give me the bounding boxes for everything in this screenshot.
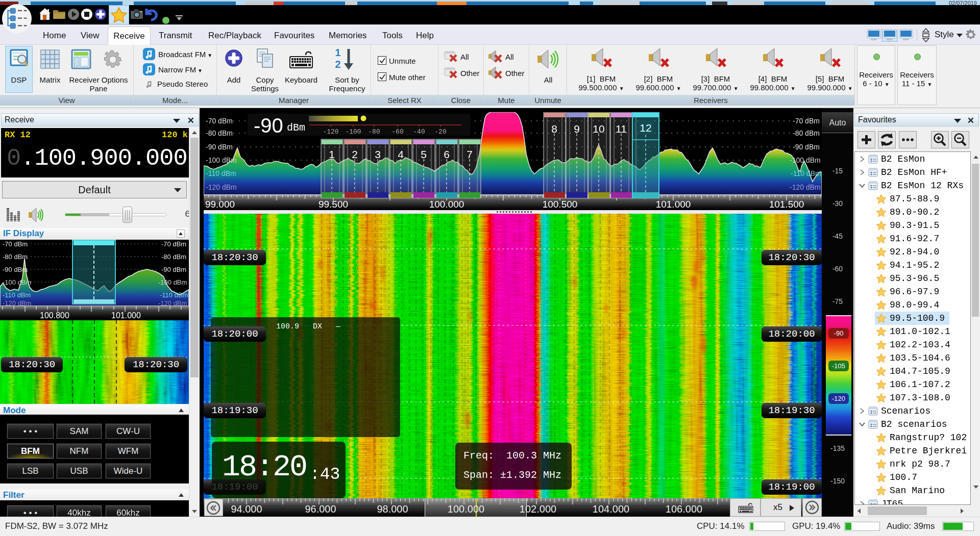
svg-text:-110 dBm: -110 dBm [160, 291, 188, 299]
svg-text:106.000: 106.000 [666, 503, 702, 515]
svg-text:5: 5 [421, 148, 427, 160]
svg-text:8: 8 [551, 123, 557, 135]
svg-text:-80: -80 [368, 128, 380, 136]
svg-text:9: 9 [574, 123, 580, 135]
svg-text:-90 dBm: -90 dBm [3, 266, 28, 273]
svg-text:98.000: 98.000 [377, 503, 408, 515]
svg-text:-120 dBm: -120 dBm [3, 299, 31, 306]
svg-text:-70 dBm: -70 dBm [161, 240, 186, 248]
svg-text:4: 4 [398, 148, 404, 160]
svg-text:-80 dBm: -80 dBm [206, 129, 233, 137]
svg-text:-100 dBm: -100 dBm [790, 156, 821, 164]
svg-text:-100 dBm: -100 dBm [206, 156, 237, 164]
svg-text:3: 3 [375, 148, 381, 160]
svg-text:94.000: 94.000 [231, 503, 262, 515]
svg-text:7: 7 [467, 148, 473, 160]
svg-text:11: 11 [616, 123, 627, 135]
svg-text:-90 dBm: -90 dBm [206, 143, 233, 151]
svg-text:-100 dBm: -100 dBm [3, 278, 31, 286]
svg-text:104.000: 104.000 [593, 503, 629, 515]
svg-text:-90: -90 [254, 114, 283, 137]
svg-text:-60: -60 [391, 128, 403, 136]
svg-text:1: 1 [329, 148, 335, 160]
svg-text:-80 dBm: -80 dBm [161, 253, 186, 261]
svg-text:dBm: dBm [287, 122, 305, 134]
svg-text:6: 6 [444, 148, 450, 160]
svg-text:-120 dBm: -120 dBm [790, 183, 821, 191]
svg-text:12: 12 [640, 122, 651, 134]
svg-text:-120: -120 [323, 128, 338, 136]
svg-text:-100 dBm: -100 dBm [158, 278, 187, 286]
svg-text:-120 dBm: -120 dBm [158, 299, 187, 306]
svg-text:-90 dBm: -90 dBm [161, 266, 186, 273]
svg-text:-20: -20 [434, 128, 446, 136]
svg-text:-100: -100 [345, 128, 361, 136]
svg-text:102.000: 102.000 [520, 503, 556, 515]
svg-text:-110 dBm: -110 dBm [206, 169, 236, 177]
svg-text:10: 10 [593, 123, 604, 135]
svg-text:-70 dBm: -70 dBm [793, 117, 820, 125]
svg-text:-90 dBm: -90 dBm [793, 143, 820, 151]
svg-text:-80 dBm: -80 dBm [793, 129, 820, 137]
svg-text:101.000: 101.000 [111, 311, 141, 320]
svg-text:-70 dBm: -70 dBm [206, 117, 233, 125]
svg-text:-110 dBm: -110 dBm [791, 169, 821, 177]
svg-text:96.000: 96.000 [305, 503, 336, 515]
svg-text:100.000: 100.000 [448, 503, 484, 515]
svg-text:-70 dBm: -70 dBm [3, 240, 28, 248]
svg-text:-80 dBm: -80 dBm [3, 253, 28, 261]
svg-text:100.800: 100.800 [40, 311, 69, 320]
svg-text:-110 dBm: -110 dBm [3, 291, 31, 299]
svg-text:2: 2 [352, 148, 358, 160]
svg-text:-40: -40 [413, 128, 425, 136]
svg-text:-120 dBm: -120 dBm [206, 183, 237, 191]
